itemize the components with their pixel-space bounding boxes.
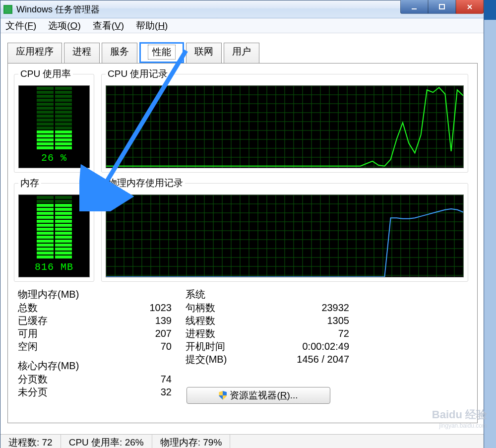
system-procs: 72 bbox=[338, 327, 349, 340]
tab-network[interactable]: 联网 bbox=[186, 43, 222, 64]
system-handles: 23932 bbox=[321, 301, 349, 314]
menubar: 文件(F) 选项(O) 查看(V) 帮助(H) bbox=[0, 18, 484, 33]
system-stats: 系统 句柄数23932 线程数1305 进程数72 开机时间0:00:02:49… bbox=[186, 288, 349, 366]
physmem-free-label: 空闲 bbox=[18, 340, 38, 353]
tab-processes[interactable]: 进程 bbox=[64, 43, 100, 64]
titlebar[interactable]: Windows 任务管理器 bbox=[0, 0, 484, 18]
physmem-total: 1023 bbox=[150, 301, 172, 314]
svg-rect-1 bbox=[439, 4, 444, 9]
cpu-gauge-value: 26 % bbox=[41, 152, 67, 164]
system-uptime-label: 开机时间 bbox=[186, 340, 225, 353]
menu-view[interactable]: 查看(V) bbox=[93, 19, 124, 32]
memory-history-chart bbox=[106, 195, 463, 277]
memory-title: 内存 bbox=[18, 177, 41, 190]
system-commit-label: 提交(MB) bbox=[186, 353, 227, 366]
physmem-free: 70 bbox=[161, 340, 172, 353]
cpu-gauge-icon bbox=[35, 85, 73, 149]
menu-options[interactable]: 选项(O) bbox=[48, 19, 80, 32]
kernelmem-nonpaged: 32 bbox=[161, 385, 172, 398]
kernel-memory-stats: 核心内存(MB) 分页数74 未分页32 bbox=[18, 359, 172, 398]
status-processes: 进程数: 72 bbox=[0, 435, 61, 448]
system-uptime: 0:00:02:49 bbox=[302, 340, 349, 353]
physmem-cached: 139 bbox=[155, 314, 172, 327]
physical-memory-stats: 物理内存(MB) 总数1023 已缓存139 可用207 空闲70 bbox=[18, 288, 172, 353]
minimize-button[interactable] bbox=[400, 0, 428, 14]
resource-monitor-button[interactable]: 资源监视器(R)... bbox=[186, 387, 330, 404]
tab-services[interactable]: 服务 bbox=[102, 43, 137, 64]
tab-applications[interactable]: 应用程序 bbox=[7, 43, 62, 64]
tab-users[interactable]: 用户 bbox=[224, 43, 259, 64]
cpu-usage-title: CPU 使用率 bbox=[18, 67, 73, 80]
window-title: Windows 任务管理器 bbox=[16, 3, 100, 15]
system-threads-label: 线程数 bbox=[186, 314, 215, 327]
kernelmem-nonpaged-label: 未分页 bbox=[18, 385, 48, 398]
system-procs-label: 进程数 bbox=[186, 327, 215, 340]
memory-history-box: 物理内存使用记录 bbox=[101, 177, 468, 282]
physmem-avail-label: 可用 bbox=[18, 327, 38, 340]
performance-panel: CPU 使用率 26 % CPU 使用记录 内存 816 MB bbox=[7, 63, 478, 423]
maximize-button[interactable] bbox=[428, 0, 456, 14]
task-manager-window: Windows 任务管理器 文件(F) 选项(O) 查看(V) 帮助(H) 应用… bbox=[0, 0, 484, 448]
tab-performance-label: 性能 bbox=[148, 45, 176, 60]
system-threads: 1305 bbox=[327, 314, 350, 327]
close-button[interactable] bbox=[456, 0, 484, 14]
tab-strip: 应用程序 进程 服务 性能 联网 用户 bbox=[0, 33, 484, 63]
memory-history-title: 物理内存使用记录 bbox=[106, 177, 185, 190]
status-memory: 物理内存: 79% bbox=[152, 435, 231, 448]
resource-monitor-label: 资源监视器(R)... bbox=[230, 389, 298, 402]
tab-performance[interactable]: 性能 bbox=[139, 42, 184, 63]
status-cpu: CPU 使用率: 26% bbox=[61, 435, 152, 448]
physmem-title: 物理内存(MB) bbox=[18, 288, 172, 301]
kernelmem-paged: 74 bbox=[161, 373, 172, 385]
system-commit: 1456 / 2047 bbox=[297, 353, 349, 366]
cpu-history-chart bbox=[106, 86, 463, 168]
kernelmem-title: 核心内存(MB) bbox=[18, 359, 172, 373]
memory-gauge-value: 816 MB bbox=[35, 261, 73, 273]
kernelmem-paged-label: 分页数 bbox=[18, 373, 48, 385]
menu-file[interactable]: 文件(F) bbox=[5, 19, 36, 32]
system-handles-label: 句柄数 bbox=[186, 301, 215, 314]
physmem-avail: 207 bbox=[155, 327, 172, 340]
physmem-cached-label: 已缓存 bbox=[18, 314, 48, 327]
physmem-total-label: 总数 bbox=[18, 301, 38, 314]
system-title: 系统 bbox=[186, 288, 349, 301]
cpu-usage-box: CPU 使用率 26 % bbox=[14, 67, 94, 173]
menu-help[interactable]: 帮助(H) bbox=[136, 19, 168, 32]
cpu-history-box: CPU 使用记录 bbox=[101, 67, 468, 173]
statusbar: 进程数: 72 CPU 使用率: 26% 物理内存: 79% bbox=[0, 434, 484, 448]
app-icon bbox=[3, 5, 12, 14]
cpu-history-title: CPU 使用记录 bbox=[106, 67, 170, 80]
uac-shield-icon bbox=[219, 391, 227, 400]
memory-box: 内存 816 MB bbox=[14, 177, 94, 282]
memory-gauge-icon bbox=[35, 194, 73, 258]
svg-rect-0 bbox=[412, 8, 417, 9]
